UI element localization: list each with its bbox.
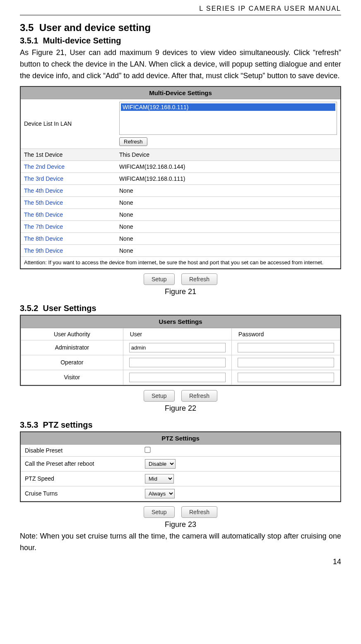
device-row: The 5th Device None (21, 196, 340, 208)
device-row: The 6th Device None (21, 208, 340, 220)
device-row-value: None (116, 232, 340, 244)
lan-device-listbox[interactable]: WIFICAM(192.168.0.111) (119, 102, 337, 135)
device-row-link[interactable]: The 5th Device (21, 196, 116, 208)
device-row: The 8th Device None (21, 232, 340, 244)
heading-title: User and device setting (39, 22, 151, 33)
heading-3-5: 3.5 User and device setting (20, 22, 341, 34)
device-row: The 1st Device This Device (21, 148, 340, 160)
figure-22-panel: Users Settings User Authority User Passw… (20, 315, 341, 386)
figure23-buttons: Setup Refresh (20, 506, 341, 518)
heading-3-5-3: 3.5.3 PTZ settings (20, 420, 341, 430)
call-preset-select[interactable]: Disable (145, 459, 176, 469)
refresh-button[interactable]: Refresh (181, 506, 217, 518)
figure-22-caption: Figure 22 (20, 404, 341, 413)
device-row-label: The 1st Device (21, 148, 116, 160)
page-number: 14 (20, 558, 341, 566)
device-row-value: None (116, 184, 340, 196)
users-role: Administrator (21, 340, 123, 355)
figure-21-panel: Multi-Device Settings Device List In LAN… (20, 86, 341, 269)
password-input[interactable] (238, 343, 334, 352)
users-header-authority: User Authority (21, 328, 123, 340)
heading-title: Multi-device Setting (43, 36, 121, 45)
ptz-title: PTZ Settings (21, 432, 340, 445)
note-paragraph: Note: When you set cruise turns all the … (20, 531, 341, 554)
refresh-button[interactable]: Refresh (181, 390, 217, 402)
user-input[interactable] (129, 358, 226, 367)
device-row-link[interactable]: The 8th Device (21, 232, 116, 244)
heading-num: 3.5.3 (20, 420, 38, 429)
users-role: Visitor (21, 370, 123, 385)
disable-preset-label: Disable Preset (21, 445, 141, 457)
device-row-value: None (116, 244, 340, 256)
ptz-speed-label: PTZ Speed (21, 471, 141, 486)
device-row-link[interactable]: The 3rd Device (21, 172, 116, 184)
multi-device-title: Multi-Device Settings (21, 87, 340, 99)
users-header-user: User (123, 328, 231, 340)
multi-device-table: Device List In LAN WIFICAM(192.168.0.111… (21, 99, 340, 268)
password-input[interactable] (238, 373, 334, 382)
device-row: The 4th Device None (21, 184, 340, 196)
heading-num: 3.5 (20, 22, 34, 33)
lan-refresh-button[interactable]: Refresh (119, 137, 147, 146)
cruise-turns-select[interactable]: Always (145, 489, 175, 498)
device-row-link[interactable]: The 2nd Device (21, 160, 116, 172)
users-header-password: Password (231, 328, 340, 340)
device-row-link[interactable]: The 9th Device (21, 244, 116, 256)
users-table: User Authority User Password Administrat… (21, 328, 340, 385)
paragraph-3-5-1: As Figure 21, User can add maximum 9 dev… (20, 47, 341, 82)
users-role: Operator (21, 355, 123, 370)
password-input[interactable] (238, 358, 334, 367)
figure-21-caption: Figure 21 (20, 287, 341, 296)
setup-button[interactable]: Setup (144, 390, 175, 402)
lan-device-item[interactable]: WIFICAM(192.168.0.111) (121, 103, 335, 111)
heading-3-5-1: 3.5.1 Multi-device Setting (20, 36, 341, 45)
page-header: L SERIES IP CAMERA USER MANUAL (20, 0, 341, 15)
heading-3-5-2: 3.5.2 User Settings (20, 304, 341, 313)
heading-num: 3.5.2 (20, 304, 38, 313)
device-row: The 3rd Device WIFICAM(192.168.0.111) (21, 172, 340, 184)
device-row-link[interactable]: The 7th Device (21, 220, 116, 232)
figure-23-panel: PTZ Settings Disable Preset Call the Pre… (20, 431, 341, 502)
disable-preset-checkbox[interactable] (144, 447, 150, 452)
heading-num: 3.5.1 (20, 36, 38, 45)
heading-title: User Settings (43, 304, 96, 313)
attention-text: Attention: If you want to access the dev… (21, 256, 340, 268)
device-row-value: WIFICAM(192.168.0.111) (116, 172, 340, 184)
call-preset-label: Call the Preset after reboot (21, 456, 141, 471)
users-title: Users Settings (21, 316, 340, 328)
heading-title: PTZ settings (43, 420, 93, 429)
user-input[interactable] (129, 343, 226, 352)
user-input[interactable] (129, 373, 226, 382)
device-row: The 9th Device None (21, 244, 340, 256)
users-row: Operator (21, 355, 340, 370)
device-row-link[interactable]: The 4th Device (21, 184, 116, 196)
cruise-turns-label: Cruise Turns (21, 486, 141, 501)
ptz-speed-select[interactable]: Mid (145, 474, 174, 484)
setup-button[interactable]: Setup (144, 273, 175, 285)
setup-button[interactable]: Setup (144, 506, 175, 518)
device-row-value: None (116, 208, 340, 220)
device-row-value: None (116, 196, 340, 208)
users-row: Visitor (21, 370, 340, 385)
device-row-link[interactable]: The 6th Device (21, 208, 116, 220)
refresh-button[interactable]: Refresh (181, 273, 217, 285)
lan-list-label: Device List In LAN (21, 99, 116, 149)
device-row-value: WIFICAM(192.168.0.144) (116, 160, 340, 172)
ptz-table: Disable Preset Call the Preset after reb… (21, 445, 340, 501)
device-row: The 7th Device None (21, 220, 340, 232)
device-row-value: None (116, 220, 340, 232)
users-row: Administrator (21, 340, 340, 355)
figure21-buttons: Setup Refresh (20, 273, 341, 285)
device-row-value: This Device (116, 148, 340, 160)
device-row: The 2nd Device WIFICAM(192.168.0.144) (21, 160, 340, 172)
figure-23-caption: Figure 23 (20, 520, 341, 529)
figure22-buttons: Setup Refresh (20, 390, 341, 402)
